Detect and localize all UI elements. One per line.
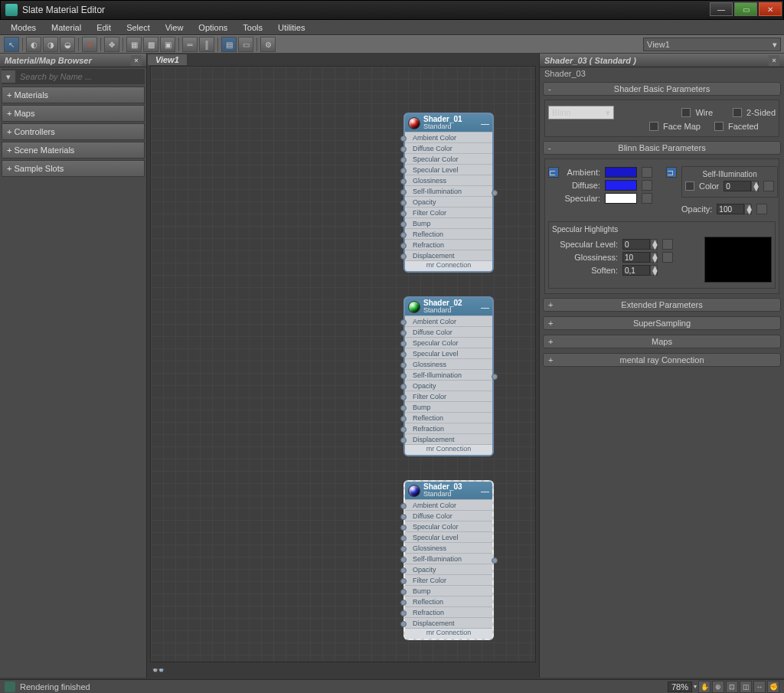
facemap-checkbox[interactable] [649,122,658,131]
view-select[interactable]: View1 ▾ [643,38,781,51]
node-slot[interactable]: Opacity [405,380,492,391]
specular-color-swatch[interactable] [605,193,637,204]
node-slot[interactable]: Opacity [405,564,492,574]
node-slot[interactable]: Glossiness [405,358,492,369]
pointer-icon[interactable]: ↖ [4,37,19,52]
node-slot[interactable]: Refraction [405,606,492,617]
pick-icon[interactable]: ◐ [26,37,41,52]
node-slot[interactable]: Glossiness [405,542,492,553]
node-slot[interactable]: Reflection [405,412,492,423]
cat-sample-slots[interactable]: + Sample Slots [2,160,145,177]
node-slot[interactable]: Displacement [405,250,492,260]
menu-view[interactable]: View [158,21,191,34]
node-slot[interactable]: Filter Color [405,207,492,217]
node-slot[interactable]: Filter Color [405,391,492,401]
node-slot[interactable]: Diffuse Color [405,142,492,153]
minimize-button[interactable]: — [710,2,733,16]
node-slot[interactable]: Specular Color [405,521,492,531]
preview-icon[interactable]: ▣ [160,37,175,52]
material-node[interactable]: Shader_01Standard—Ambient ColorDiffuse C… [403,113,494,273]
close-button[interactable]: ✕ [759,2,782,16]
node-slot[interactable]: Self-Illumination [405,369,492,380]
node-slot[interactable]: Specular Level [405,164,492,175]
zoom-extents-icon[interactable]: ⊡ [726,681,738,693]
node-slot[interactable]: Diffuse Color [405,510,492,521]
menu-tools[interactable]: Tools [235,21,270,34]
node-slot[interactable]: Specular Level [405,348,492,358]
delete-icon[interactable]: ✕ [82,37,97,52]
wire-checkbox[interactable] [681,108,691,117]
search-input[interactable] [17,70,145,83]
pan-view-icon[interactable]: ↔ [753,681,766,693]
material-name-field[interactable]: Shader_03 [540,67,784,80]
node-output-socket[interactable] [492,557,498,564]
node-slot[interactable]: Ambient Color [405,315,492,326]
node-mr-connection[interactable]: mr Connection [405,444,492,455]
selfillum-value-input[interactable] [724,181,751,191]
node-slot[interactable]: Reflection [405,596,492,606]
node-header[interactable]: Shader_01Standard— [405,114,492,132]
zoom-icon[interactable]: ⊕ [712,681,724,693]
opacity-input[interactable] [717,204,744,214]
material-node[interactable]: Shader_03Standard—Ambient ColorDiffuse C… [403,480,494,640]
node-slot[interactable]: Self-Illumination [405,185,492,196]
node-mr-connection[interactable]: mr Connection [405,260,492,271]
ambient-lock-icon[interactable]: ⊏ [548,167,559,178]
node-output-socket[interactable] [492,190,498,196]
node-slot[interactable]: Ambient Color [405,499,492,510]
node-header[interactable]: Shader_03Standard— [405,482,492,499]
apply-icon[interactable]: ◑ [43,37,58,52]
menu-edit[interactable]: Edit [89,21,119,34]
twosided-checkbox[interactable] [733,108,742,117]
rollout-blinn-basic[interactable]: -Blinn Basic Parameters [543,141,781,155]
param-close-icon[interactable]: × [769,55,779,66]
node-slot[interactable]: Specular Level [405,531,492,542]
diffuse-map-button[interactable] [642,180,652,191]
speclevel-map-button[interactable] [662,239,673,250]
node-slot[interactable]: Bump [405,585,492,596]
menu-material[interactable]: Material [44,21,89,34]
shader-type-select[interactable]: Blinn▾ [548,106,614,119]
cat-controllers[interactable]: + Controllers [2,123,145,140]
ambient-color-swatch[interactable] [605,167,637,178]
node-slot[interactable]: Displacement [405,433,492,444]
node-slot[interactable]: Bump [405,217,492,228]
rollout-supersampling[interactable]: +SuperSampling [543,316,781,330]
pan-icon[interactable]: ✋ [698,681,710,693]
node-view[interactable]: View1 Shader_01Standard—Ambient ColorDif… [147,54,539,678]
move-icon[interactable]: ✥ [104,37,119,52]
node-slot[interactable]: Displacement [405,617,492,628]
node-slot[interactable]: Diffuse Color [405,326,492,337]
node-header[interactable]: Shader_02Standard— [405,298,492,315]
assign-icon[interactable]: ◒ [60,37,75,52]
snap-icon[interactable]: ▤ [221,37,237,52]
soften-input[interactable] [622,265,650,276]
menu-select[interactable]: Select [119,21,158,34]
cat-maps[interactable]: + Maps [2,105,145,122]
node-slot[interactable]: Refraction [405,423,492,433]
settings-icon[interactable]: ⚙ [260,37,276,52]
material-node[interactable]: Shader_02Standard—Ambient ColorDiffuse C… [403,296,494,456]
hand-icon[interactable]: ✊ [767,681,779,693]
diffuse-lock-icon[interactable]: ⊐ [666,167,677,178]
browser-close-icon[interactable]: × [131,55,142,66]
node-slot[interactable]: Opacity [405,196,492,207]
zoom-region-icon[interactable]: ◫ [740,681,752,693]
node-slot[interactable]: Filter Color [405,574,492,585]
zoom-value[interactable]: 78% [668,682,692,692]
grid-icon[interactable]: ▩ [143,37,158,52]
faceted-checkbox[interactable] [714,122,724,131]
ambient-map-button[interactable] [642,167,652,178]
node-mr-connection[interactable]: mr Connection [405,628,492,639]
node-slot[interactable]: Specular Color [405,337,492,348]
node-canvas[interactable]: Shader_01Standard—Ambient ColorDiffuse C… [150,66,536,662]
selfillum-map-button[interactable] [763,181,774,191]
rollout-mentalray[interactable]: +mental ray Connection [543,353,781,367]
node-slot[interactable]: Ambient Color [405,132,492,142]
diffuse-color-swatch[interactable] [605,180,637,191]
navigator-icon[interactable]: 👓 [152,664,165,676]
node-slot[interactable]: Specular Color [405,153,492,164]
cat-scene-materials[interactable]: + Scene Materials [2,142,145,159]
checker-icon[interactable]: ▦ [126,37,142,52]
node-slot[interactable]: Reflection [405,228,492,239]
